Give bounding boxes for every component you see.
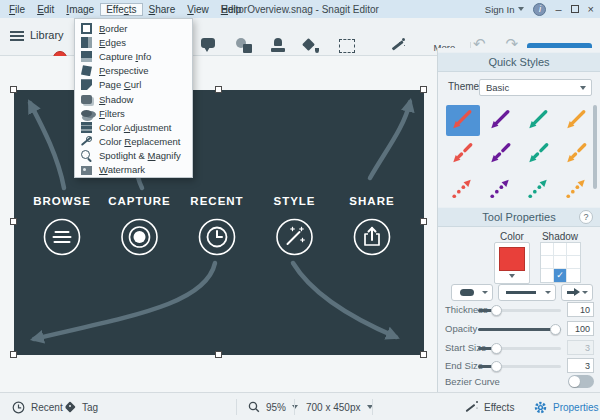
shadow-cell-1[interactable] xyxy=(554,243,567,256)
menubar-item-view[interactable]: View xyxy=(181,3,215,16)
color-picker-button[interactable] xyxy=(494,242,530,284)
effects-menu-item-color-replacement[interactable]: Color Replacement xyxy=(75,135,192,149)
effects-menu-item-capture-info[interactable]: Capture Info xyxy=(75,49,192,63)
selection-handle[interactable] xyxy=(215,351,222,358)
slider-handle[interactable] xyxy=(491,343,502,354)
maximize-button[interactable] xyxy=(571,5,579,13)
selection-handle[interactable] xyxy=(10,218,17,225)
shadow-cell-4[interactable] xyxy=(554,256,567,269)
slider-opacity: Opacity100 xyxy=(438,321,600,337)
slider-fill xyxy=(478,328,561,331)
canvas-size-control[interactable]: 700 x 450px xyxy=(306,393,373,420)
menubar-item-edit[interactable]: Edit xyxy=(31,3,60,16)
library-button[interactable]: Library xyxy=(10,29,64,41)
titlebar: FileEditImageEffectsShareViewHelp Editor… xyxy=(0,0,600,18)
quick-styles-scrollbar[interactable] xyxy=(593,105,597,189)
menubar-item-share[interactable]: Share xyxy=(143,3,182,16)
tag-button[interactable]: Tag xyxy=(64,393,98,420)
menubar-item-file[interactable]: File xyxy=(3,3,31,16)
menubar-item-effects[interactable]: Effects xyxy=(100,3,142,16)
account-info-icon[interactable]: i xyxy=(533,3,546,16)
effects-menu-item-border[interactable]: Border xyxy=(75,21,192,35)
arrow-style-solid-2[interactable] xyxy=(522,105,556,136)
arrow-end-style-dropdown[interactable] xyxy=(561,284,593,301)
recent-button[interactable]: Recent xyxy=(12,393,63,420)
effects-menu-item-page-curl[interactable]: Page Curl xyxy=(75,78,192,92)
arrow-style-dashed-1[interactable] xyxy=(484,139,518,170)
selection-handle[interactable] xyxy=(420,351,427,358)
help-button[interactable]: ? xyxy=(579,210,593,224)
sign-in-button[interactable]: Sign In xyxy=(485,4,525,15)
slider-start-size: Start Size3 xyxy=(438,340,600,356)
bezier-curve-toggle[interactable] xyxy=(568,375,594,388)
slider-value[interactable]: 100 xyxy=(567,321,594,336)
effects-menu-item-filters[interactable]: Filters xyxy=(75,106,192,120)
selection-handle[interactable] xyxy=(10,86,17,93)
effects-tab[interactable]: Effects xyxy=(464,393,514,420)
line-start-style-dropdown[interactable] xyxy=(451,284,493,301)
flow-arrow xyxy=(34,263,215,339)
slider-track[interactable] xyxy=(478,365,561,368)
arrow-style-solid-1[interactable] xyxy=(484,105,518,136)
slider-value[interactable]: 3 xyxy=(567,358,594,373)
slider-value[interactable]: 10 xyxy=(567,302,594,317)
close-button[interactable]: × xyxy=(588,0,594,18)
shadow-cell-6[interactable] xyxy=(541,269,554,282)
selection-handle[interactable] xyxy=(420,86,427,93)
page-curl-icon xyxy=(81,79,92,90)
shadow-cell-3[interactable] xyxy=(541,256,554,269)
tool-properties-header: Tool Properties xyxy=(438,207,600,227)
effects-menu-item-color-adjustment[interactable]: Color Adjustment xyxy=(75,120,192,134)
slider-track[interactable] xyxy=(478,328,561,331)
menu-icon xyxy=(45,220,80,255)
slider-track[interactable] xyxy=(478,347,561,350)
slider-value[interactable]: 3 xyxy=(567,340,594,355)
capture-info-icon xyxy=(81,51,92,62)
slider-handle[interactable] xyxy=(550,324,561,335)
shadow-cell-5[interactable] xyxy=(567,256,580,269)
shadow-cell-2[interactable] xyxy=(567,243,580,256)
effects-menu-item-shadow[interactable]: Shadow xyxy=(75,92,192,106)
tag-icon xyxy=(64,401,76,413)
arrow-style-dotted-1[interactable] xyxy=(484,173,518,204)
effects-menu-item-perspective[interactable]: Perspective xyxy=(75,64,192,78)
arrow-style-dashed-0[interactable] xyxy=(446,139,480,170)
menubar-item-image[interactable]: Image xyxy=(60,3,100,16)
chevron-down-icon xyxy=(545,291,551,294)
line-cap-icon xyxy=(460,289,474,296)
selection-handle[interactable] xyxy=(215,86,222,93)
arrow-style-solid-0[interactable] xyxy=(446,105,480,136)
slider-handle[interactable] xyxy=(491,361,502,372)
arrow-style-dashed-3[interactable] xyxy=(560,139,594,170)
theme-select[interactable]: Basic xyxy=(479,79,592,96)
station-label: BROWSE xyxy=(33,195,91,207)
window-title: EditorOverview.snag - Snagit Editor xyxy=(221,4,379,15)
minimize-button[interactable]: – xyxy=(555,0,561,18)
shadow-cell-8[interactable] xyxy=(567,269,580,282)
slider-handle[interactable] xyxy=(491,305,502,316)
library-label: Library xyxy=(30,29,64,41)
arrow-style-solid-3[interactable] xyxy=(560,105,594,136)
effects-menu-item-edges[interactable]: Edges xyxy=(75,35,192,49)
effects-menu-item-watermark[interactable]: Watermark xyxy=(75,163,192,177)
arrow-style-dashed-2[interactable] xyxy=(522,139,556,170)
chevron-down-icon xyxy=(482,291,488,294)
effects-menu-item-spotlight-magnify[interactable]: Spotlight & Magnify xyxy=(75,149,192,163)
arrow-style-dotted-3[interactable] xyxy=(560,173,594,204)
zoom-control[interactable]: 95% xyxy=(248,393,298,420)
shadow-cell-7[interactable]: ✓ xyxy=(554,269,567,282)
arrow-style-dotted-0[interactable] xyxy=(446,173,480,204)
shadow-icon xyxy=(81,95,92,104)
arrow-style-dotted-2[interactable] xyxy=(522,173,556,204)
solid-line-icon xyxy=(506,291,536,294)
menu-item-label: Edges xyxy=(99,37,126,48)
properties-tab[interactable]: Properties xyxy=(534,393,599,420)
stamp-icon xyxy=(269,38,287,53)
line-style-dropdown[interactable] xyxy=(498,284,556,301)
selection-handle[interactable] xyxy=(420,218,427,225)
slider-track[interactable] xyxy=(478,309,561,312)
shadow-cell-0[interactable] xyxy=(541,243,554,256)
selection-handle[interactable] xyxy=(10,351,17,358)
flow-arrow xyxy=(138,177,142,188)
theme-value: Basic xyxy=(486,82,509,93)
